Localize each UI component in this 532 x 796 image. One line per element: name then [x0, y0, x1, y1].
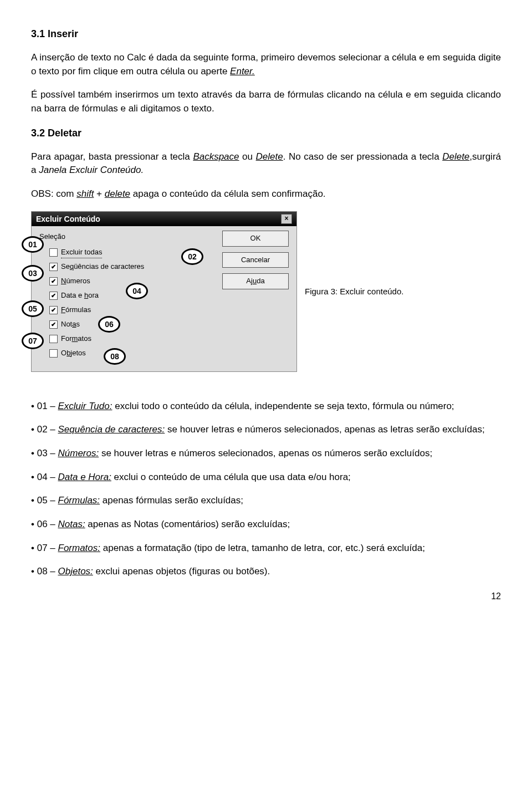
opt-objetos[interactable]: Objetos — [49, 346, 290, 361]
badge-04: 04 — [126, 283, 148, 299]
bullet-list: • 01 – Excluir Tudo: exclui todo o conte… — [31, 400, 501, 579]
opt-notas[interactable]: Notas — [49, 318, 290, 332]
cancel-button[interactable]: Cancelar — [222, 252, 289, 268]
badge-06: 06 — [98, 316, 120, 333]
text: . No caso de ser pressionada a tecla — [283, 151, 442, 162]
checkbox-icon[interactable] — [49, 320, 58, 329]
checkbox-icon[interactable] — [49, 335, 58, 343]
label: Data e hora — [61, 290, 99, 301]
page-number: 12 — [31, 590, 501, 603]
text: OBS: com — [31, 188, 76, 199]
opt-data-hora[interactable]: Data e hora — [49, 289, 290, 303]
shift-key: shift — [76, 188, 94, 199]
label: Números — [61, 276, 90, 287]
close-icon[interactable]: × — [281, 214, 292, 224]
delete-key: Delete — [256, 151, 283, 162]
bullet-06: • 06 – Notas: apenas as Notas (comentári… — [31, 518, 501, 532]
bullet-05: • 05 – Fórmulas: apenas fórmulas serão e… — [31, 494, 501, 508]
heading-3-2: 3.2 Deletar — [31, 126, 501, 140]
figure-3: Excluir Conteúdo × Seleção Excluir todas… — [31, 211, 501, 372]
badge-08: 08 — [104, 348, 126, 365]
para-3-1-a: A inserção de texto no Calc é dada da se… — [31, 51, 501, 78]
label: Seqüências de caracteres — [61, 262, 144, 272]
ok-button[interactable]: OK — [222, 231, 289, 247]
bullet-01: • 01 – Excluir Tudo: exclui todo o conte… — [31, 400, 501, 414]
para-3-2-a: Para apagar, basta pressionar a tecla Ba… — [31, 150, 501, 177]
delete-key-3: delete — [105, 188, 130, 199]
checkbox-icon[interactable] — [49, 248, 58, 257]
badge-07: 07 — [22, 333, 44, 349]
bullet-08: • 08 – Objetos: exclui apenas objetos (f… — [31, 565, 501, 579]
bullet-03: • 03 – Números: se houver letras e númer… — [31, 447, 501, 461]
checkbox-icon[interactable] — [49, 349, 58, 358]
dialog-titlebar: Excluir Conteúdo × — [32, 212, 296, 226]
opt-formatos[interactable]: Formatos — [49, 332, 290, 346]
bullet-07: • 07 – Formatos: apenas a formatação (ti… — [31, 542, 501, 555]
label: Excluir todas — [61, 247, 102, 258]
text: apaga o conteúdo da célula sem confirmaç… — [130, 188, 326, 199]
checkbox-icon[interactable] — [49, 277, 58, 285]
delete-key-2: Delete — [442, 151, 469, 162]
text: + — [94, 188, 104, 199]
dialog-title-text: Excluir Conteúdo — [36, 213, 100, 224]
checkbox-icon[interactable] — [49, 306, 58, 314]
label: Notas — [61, 319, 80, 330]
label: Formatos — [61, 334, 91, 344]
para-obs: OBS: com shift + delete apaga o conteúdo… — [31, 187, 501, 201]
checkbox-icon[interactable] — [49, 263, 58, 271]
label: Objetos — [61, 348, 86, 359]
badge-05: 05 — [22, 300, 44, 317]
heading-3-1: 3.1 Inserir — [31, 27, 501, 41]
text: A inserção de texto no Calc é dada da se… — [31, 52, 501, 76]
text: ou — [239, 151, 256, 162]
checkbox-icon[interactable] — [49, 292, 58, 300]
window-name: Janela Excluir Conteúdo. — [39, 165, 144, 175]
opt-formulas[interactable]: Fórmulas — [49, 303, 290, 318]
enter-key: Enter. — [230, 66, 255, 76]
bullet-02: • 02 – Sequência de caracteres: se houve… — [31, 423, 501, 437]
text: Para apagar, basta pressionar a tecla — [31, 151, 193, 162]
backspace-key: Backspace — [193, 151, 239, 162]
badge-03: 03 — [22, 265, 44, 282]
figure-caption: Figura 3: Excluir conteúdo. — [305, 285, 403, 298]
excluir-conteudo-dialog: Excluir Conteúdo × Seleção Excluir todas… — [31, 211, 297, 372]
bullet-04: • 04 – Data e Hora: exclui o conteúdo de… — [31, 471, 501, 484]
badge-01: 01 — [22, 236, 44, 253]
label: Fórmulas — [61, 305, 91, 315]
help-button[interactable]: Ajuda — [222, 273, 289, 289]
para-3-1-b: É possível também inserirmos um texto at… — [31, 88, 501, 115]
badge-02: 02 — [181, 248, 203, 265]
